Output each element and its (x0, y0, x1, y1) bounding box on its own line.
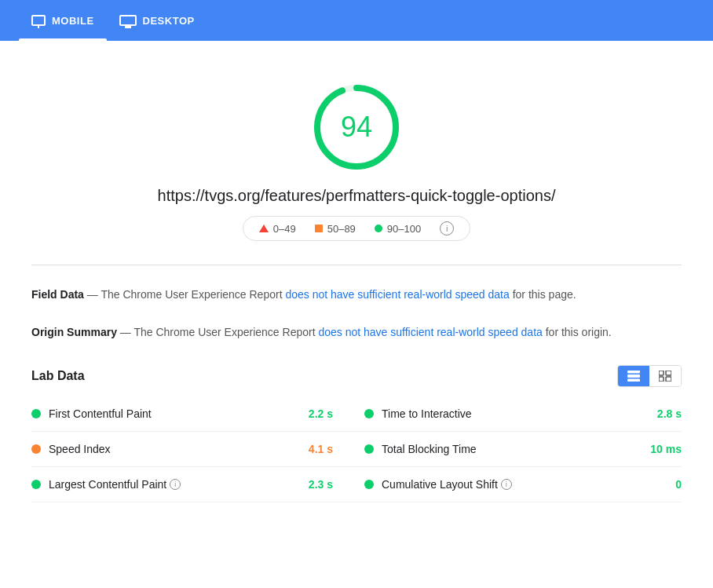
lab-data-title: Lab Data (31, 369, 85, 383)
divider-1 (31, 265, 682, 265)
cls-value: 0 (642, 478, 682, 491)
legend-average: 50–89 (315, 223, 356, 235)
field-data-text2: for this page. (513, 288, 576, 301)
metrics-grid: First Contentful Paint 2.2 s Speed Index… (31, 396, 682, 502)
si-value: 4.1 s (294, 443, 333, 455)
tab-desktop-label: DESKTOP (143, 15, 195, 27)
metrics-left-column: First Contentful Paint 2.2 s Speed Index… (31, 396, 356, 502)
lcp-info-icon[interactable]: i (170, 479, 181, 490)
good-range: 90–100 (387, 223, 421, 235)
tbt-dot (364, 444, 374, 454)
fail-icon (259, 225, 269, 232)
origin-summary-link[interactable]: does not have sufficient real-world spee… (318, 326, 542, 338)
si-name: Speed Index (49, 443, 286, 455)
lcp-dot (31, 480, 41, 489)
score-legend: 0–49 50–89 90–100 i (243, 216, 470, 241)
average-range: 50–89 (327, 223, 356, 235)
svg-rect-3 (627, 374, 640, 377)
tti-name: Time to Interactive (382, 407, 634, 420)
legend-info-icon[interactable]: i (440, 221, 454, 236)
metrics-right-column: Time to Interactive 2.8 s Total Blocking… (356, 396, 682, 502)
metric-fcp: First Contentful Paint 2.2 s (31, 396, 356, 432)
cls-dot (364, 480, 374, 489)
legend-fail: 0–49 (259, 223, 296, 235)
metric-tbt: Total Blocking Time 10 ms (356, 432, 682, 467)
fcp-value: 2.2 s (294, 407, 333, 420)
list-view-button[interactable] (618, 366, 649, 386)
fcp-dot (31, 409, 41, 418)
lcp-name: Largest Contentful Paint i (49, 478, 286, 491)
metric-cls: Cumulative Layout Shift i 0 (356, 467, 682, 502)
tab-mobile-label: MOBILE (52, 15, 94, 27)
score-section: 94 https://tvgs.org/features/perfmatters… (31, 57, 682, 257)
score-value: 94 (341, 111, 372, 144)
metric-tti: Time to Interactive 2.8 s (356, 396, 682, 432)
tab-mobile[interactable]: MOBILE (19, 0, 107, 41)
desktop-icon (119, 15, 137, 26)
origin-summary-text2: for this origin. (546, 326, 612, 338)
tbt-name: Total Blocking Time (382, 443, 634, 455)
tab-desktop[interactable]: DESKTOP (107, 0, 207, 41)
svg-rect-2 (627, 371, 640, 373)
field-data-section: Field Data — The Chrome User Experience … (31, 273, 682, 311)
field-data-label: Field Data (31, 288, 84, 301)
view-toggle (617, 365, 682, 387)
lcp-value: 2.3 s (294, 478, 333, 491)
tti-value: 2.8 s (642, 407, 682, 420)
origin-summary-text1: — The Chrome User Experience Report (120, 326, 319, 338)
si-dot (31, 444, 41, 454)
origin-summary-label: Origin Summary (31, 326, 117, 338)
main-content: 94 https://tvgs.org/features/perfmatters… (0, 41, 713, 534)
mobile-icon (31, 15, 46, 26)
tti-dot (364, 409, 374, 418)
tbt-value: 10 ms (642, 443, 682, 455)
field-data-text1: — The Chrome User Experience Report (87, 288, 286, 301)
svg-rect-8 (666, 377, 671, 382)
score-circle: 94 (309, 80, 404, 174)
grid-view-button[interactable] (649, 366, 681, 386)
metric-lcp: Largest Contentful Paint i 2.3 s (31, 467, 356, 502)
cls-info-icon[interactable]: i (501, 479, 512, 490)
svg-rect-7 (659, 377, 664, 382)
field-data-link[interactable]: does not have sufficient real-world spee… (285, 288, 509, 301)
score-url: https://tvgs.org/features/perfmatters-qu… (158, 187, 556, 205)
metric-si: Speed Index 4.1 s (31, 432, 356, 467)
fcp-name: First Contentful Paint (49, 407, 286, 420)
cls-name: Cumulative Layout Shift i (382, 478, 634, 491)
fail-range: 0–49 (273, 223, 296, 235)
good-icon (375, 225, 382, 232)
svg-rect-6 (666, 371, 671, 375)
average-icon (315, 225, 323, 232)
lab-data-header: Lab Data (31, 349, 682, 396)
origin-summary-section: Origin Summary — The Chrome User Experie… (31, 311, 682, 349)
svg-rect-4 (627, 379, 640, 382)
legend-good: 90–100 (375, 223, 421, 235)
header: MOBILE DESKTOP (0, 0, 713, 41)
svg-rect-5 (659, 371, 664, 375)
